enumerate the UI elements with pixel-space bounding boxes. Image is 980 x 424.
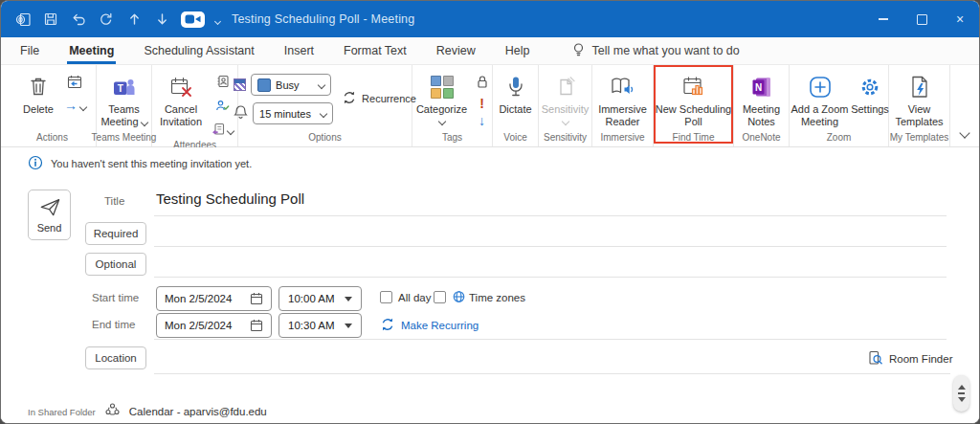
immersive-reader-icon [610, 73, 635, 101]
calendar-icon[interactable] [250, 319, 263, 332]
optional-field-underline [154, 277, 947, 278]
start-date-picker[interactable]: Mon 2/5/2024 [156, 286, 272, 311]
tab-scheduling-assistant[interactable]: Scheduling Assistant [142, 38, 256, 64]
required-button[interactable]: Required [85, 222, 146, 245]
group-label-my-templates: My Templates [890, 132, 949, 146]
reminder-bell-icon [234, 104, 248, 123]
quick-access-toolbar [1, 11, 220, 28]
group-label-options: Options [308, 132, 341, 146]
outlook-app-icon [14, 11, 32, 28]
sensitivity-button: Sensitivity [540, 70, 591, 124]
redo-icon[interactable] [98, 11, 115, 28]
show-as-dropdown[interactable]: Busy [251, 74, 331, 96]
add-attendees-icon[interactable] [215, 99, 230, 116]
forward-chevron-icon[interactable] [80, 99, 86, 112]
title-input[interactable]: Testing Scheduling Poll [156, 190, 304, 207]
categorize-chevron-icon [437, 118, 445, 125]
tab-help[interactable]: Help [503, 38, 532, 64]
maximize-button[interactable] [902, 1, 941, 37]
undo-icon[interactable] [70, 11, 87, 28]
delete-button[interactable]: Delete [18, 70, 58, 116]
tell-me-text: Tell me what you want to do [592, 44, 740, 57]
tab-insert[interactable]: Insert [282, 38, 316, 64]
window-controls: × [864, 1, 979, 37]
time-zones-label: Time zones [469, 292, 525, 303]
tab-file[interactable]: File [18, 38, 41, 64]
move-up-icon[interactable] [125, 11, 143, 28]
time-zones-checkbox[interactable] [434, 291, 446, 303]
tab-meeting[interactable]: Meeting [67, 38, 116, 64]
calendar-icon[interactable] [250, 292, 263, 305]
end-time-caret-icon [345, 324, 352, 328]
shared-people-icon [104, 402, 121, 421]
tell-me-box[interactable]: Tell me what you want to do [571, 42, 740, 60]
zoom-camera-icon[interactable] [181, 11, 205, 28]
close-button[interactable]: × [941, 1, 979, 37]
optional-button[interactable]: Optional [85, 253, 146, 276]
response-options-chevron-icon[interactable] [227, 127, 234, 135]
save-icon[interactable] [42, 11, 59, 28]
low-importance-icon[interactable]: ↓ [479, 114, 485, 127]
cancel-invitation-icon [169, 73, 193, 101]
view-templates-button[interactable]: View Templates [891, 70, 948, 128]
meeting-notes-button[interactable]: N Meeting Notes [736, 70, 788, 128]
address-book-icon[interactable] [216, 75, 230, 92]
window-title: Testing Scheduling Poll - Meeting [232, 12, 414, 26]
svg-text:N: N [754, 82, 761, 93]
make-recurring-link[interactable]: Make Recurring [380, 317, 479, 334]
start-time-caret-icon [345, 297, 352, 301]
make-recurring-icon [380, 317, 395, 334]
title-bar: Testing Scheduling Poll - Meeting × [1, 1, 979, 37]
collapse-ribbon-button[interactable] [950, 65, 979, 146]
private-lock-icon[interactable] [476, 75, 489, 93]
teams-icon: T [112, 73, 137, 101]
ribbon-group-teams-meeting: T Teams Meeting Teams Meeting [97, 65, 152, 146]
reminder-chevron-icon [320, 109, 327, 117]
toolbar-options-chevron-icon[interactable] [215, 11, 220, 28]
add-zoom-meeting-icon [808, 73, 833, 101]
end-time-dropdown[interactable]: 10:30 AM [278, 313, 362, 338]
room-finder-icon [868, 350, 883, 368]
zoom-settings-button[interactable]: Settings [852, 70, 888, 116]
scroll-down-icon [958, 397, 966, 402]
immersive-reader-button[interactable]: Immersive Reader [593, 70, 653, 128]
cancel-invitation-button[interactable]: Cancel Invitation [156, 70, 206, 128]
end-date-picker[interactable]: Mon 2/5/2024 [156, 313, 272, 338]
ribbon-group-immersive: Immersive Reader Immersive [592, 65, 654, 146]
add-zoom-meeting-button[interactable]: Add a Zoom Meeting [790, 70, 850, 128]
recurrence-button[interactable]: Recurrence [342, 90, 416, 107]
copy-to-my-calendar-icon[interactable] [67, 75, 83, 94]
start-time-label: Start time [92, 292, 139, 303]
reminder-dropdown[interactable]: 15 minutes [253, 102, 333, 124]
all-day-checkbox[interactable] [380, 291, 392, 303]
sensitivity-chevron-icon [561, 118, 568, 125]
teams-meeting-button[interactable]: T Teams Meeting [99, 70, 150, 128]
minimize-button[interactable] [864, 1, 902, 37]
response-options-icon[interactable] [212, 123, 225, 140]
forward-button[interactable]: → [64, 99, 86, 112]
scrollbar[interactable] [953, 375, 969, 412]
ribbon-group-actions: Delete → Actions [9, 65, 97, 146]
end-time-label: End time [92, 319, 135, 330]
dictate-microphone-icon [503, 73, 528, 101]
categorize-icon [431, 73, 454, 101]
location-button[interactable]: Location [85, 346, 146, 369]
ribbon-group-tags: Categorize ! ↓ Tags [412, 65, 493, 146]
room-finder-button[interactable]: Room Finder [868, 350, 952, 368]
busy-color-swatch [257, 78, 271, 92]
start-time-dropdown[interactable]: 10:00 AM [278, 286, 362, 311]
categorize-button[interactable]: Categorize [416, 70, 468, 124]
sensitivity-icon [554, 73, 577, 101]
dictate-button[interactable]: Dictate [495, 70, 537, 116]
send-button[interactable]: Send [28, 190, 71, 240]
move-down-icon[interactable] [153, 11, 170, 28]
ribbon-group-options: Busy 15 minutes [238, 65, 412, 146]
settings-gear-icon [858, 73, 882, 101]
location-field-underline [154, 373, 950, 374]
ribbon: Delete → Actions T Teams Meeting [1, 65, 979, 147]
high-importance-icon[interactable]: ! [479, 97, 484, 110]
title-field-underline [154, 215, 947, 216]
new-scheduling-poll-button[interactable]: New Scheduling Poll [656, 70, 732, 128]
tab-format-text[interactable]: Format Text [342, 38, 409, 64]
tab-review[interactable]: Review [434, 38, 478, 64]
